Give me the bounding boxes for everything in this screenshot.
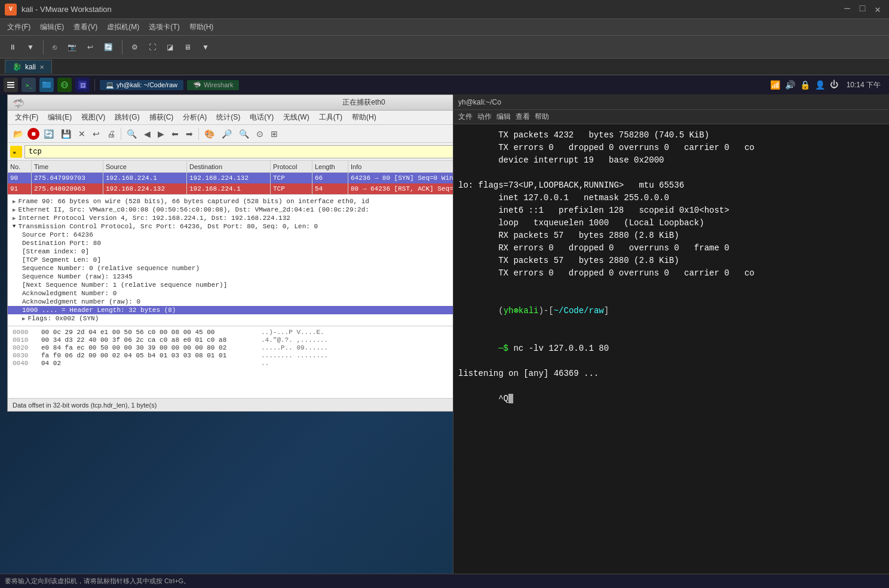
col-header-source: Source [103, 161, 187, 172]
ws-save-button[interactable]: 💾 [58, 127, 74, 140]
term-menu-action[interactable]: 动作 [477, 112, 492, 122]
close-button[interactable]: ✕ [871, 4, 884, 16]
ws-zoom-in-button[interactable]: 🔎 [219, 127, 235, 140]
wireshark-tab[interactable]: 🦈 Wireshark [187, 80, 240, 90]
kali-tab[interactable]: 🐉 kali ✕ [5, 60, 52, 74]
ws-stop-capture-button[interactable]: ■ [27, 128, 39, 140]
kali-desktop: >_ 🖼 💻 yh@kali: ~/Code/raw 🦈 Wireshark 📶… [0, 75, 889, 574]
view-button[interactable]: 🖥 [180, 40, 195, 54]
detail-ack-raw-label: Acknowledgment number (raw): 0 [22, 298, 140, 305]
bottom-status-text: 要将输入定向到该虚拟机，请将鼠标指针移入其中或按 Ctrl+G。 [5, 577, 190, 586]
pause-button[interactable]: ⏸ [5, 40, 20, 54]
ws-menu-tools[interactable]: 工具(T) [314, 111, 347, 124]
pkt-no-90: 90 [8, 173, 32, 183]
ws-menu-stats[interactable]: 统计(S) [211, 111, 245, 124]
pkt-proto-91: TCP [271, 183, 312, 194]
ws-close-capture-button[interactable]: ✕ [75, 127, 88, 140]
ws-menu-view[interactable]: 视图(V) [76, 111, 110, 124]
hex-offset-0010: 0010 [13, 336, 36, 344]
term-menu-help[interactable]: 帮助 [535, 112, 549, 122]
send-ctrlaltdel-button[interactable]: ⎋ [48, 40, 61, 54]
term-menu-file[interactable]: 文件 [458, 112, 473, 122]
terminal-tab-code[interactable]: 💻 yh@kali: ~/Code/raw [100, 80, 183, 90]
pkt-src-91: 192.168.224.132 [103, 183, 187, 194]
view-dropdown[interactable]: ▼ [198, 40, 213, 54]
pkt-len-91: 54 [312, 183, 348, 194]
ws-menu-phone[interactable]: 电话(Y) [245, 111, 278, 124]
ws-menu-jump[interactable]: 跳转(G) [110, 111, 144, 124]
kali-tab-icon: 🐉 [13, 63, 22, 71]
ws-colorize-button[interactable]: 🎨 [201, 127, 217, 140]
pkt-proto-90: TCP [271, 173, 312, 183]
user-tray-icon[interactable]: 👤 [815, 80, 825, 90]
ws-prev-button[interactable]: ◀ [141, 127, 154, 140]
vmware-title: kali - VMware Workstation [22, 5, 841, 14]
vmware-menu-edit[interactable]: 编辑(E) [35, 20, 69, 35]
ws-next-button[interactable]: ▶ [155, 127, 167, 140]
ws-resize-columns-button[interactable]: ⊞ [268, 127, 281, 140]
manage-snapshots-button[interactable]: 🔄 [100, 40, 117, 54]
vmware-menu-tabs[interactable]: 选项卡(T) [144, 20, 184, 35]
kali-clock: 10:14 下午 [842, 80, 885, 90]
unity-button[interactable]: ◪ [163, 40, 177, 54]
network-tray-icon[interactable]: 📶 [770, 80, 780, 90]
lock-tray-icon[interactable]: 🔒 [800, 80, 810, 90]
pkt-src-90: 192.168.224.1 [103, 173, 187, 183]
ws-reload-button[interactable]: ↩ [90, 127, 103, 140]
ws-back-button[interactable]: ⬅ [168, 127, 182, 140]
term-menu-view[interactable]: 查看 [516, 112, 530, 122]
detail-ethernet-label: Ethernet II, Src: VMware_c0:00:08 (00:50… [18, 206, 369, 213]
pkt-len-90: 66 [312, 173, 348, 183]
hex-offset-0000: 0000 [13, 329, 36, 336]
snapshot-button[interactable]: 📷 [63, 40, 81, 54]
full-screen-button[interactable]: ⛶ [145, 40, 160, 54]
ws-menu-edit[interactable]: 编辑(E) [43, 111, 76, 124]
terminal-body[interactable]: TX packets 4232 bytes 758280 (740.5 KiB)… [453, 124, 889, 574]
maximize-button[interactable]: □ [856, 4, 869, 16]
ws-menu-help[interactable]: 帮助(H) [347, 111, 381, 124]
ws-menu-analyze[interactable]: 分析(A) [178, 111, 211, 124]
vmware-menu-file[interactable]: 文件(F) [2, 20, 35, 35]
ws-zoom-out-button[interactable]: 🔍 [236, 127, 252, 140]
revert-button[interactable]: ↩ [83, 40, 97, 54]
detail-tcp-label: Transmission Control Protocol, Src Port:… [18, 223, 318, 230]
terminal-tab-icon: 💻 [106, 81, 114, 89]
toolbar-dropdown[interactable]: ▼ [23, 40, 38, 54]
term-line-lo: lo: flags=73<UP,LOOPBACK,RUNNING> mtu 65… [458, 179, 884, 192]
ws-open-button[interactable]: 📂 [10, 127, 26, 140]
term-prompt-line: (yh⊛kali)-[~/Code/raw] [458, 292, 884, 330]
ws-menu-capture[interactable]: 捕获(C) [145, 111, 179, 124]
ws-menu-file[interactable]: 文件(F) [10, 111, 43, 124]
term-menu-edit[interactable]: 编辑 [496, 112, 511, 122]
bottom-status-bar: 要将输入定向到该虚拟机，请将鼠标指针移入其中或按 Ctrl+G。 [0, 574, 889, 588]
ws-menu-wireless[interactable]: 无线(W) [278, 111, 314, 124]
ws-restart-button[interactable]: 🔄 [41, 127, 57, 140]
file-manager-icon[interactable] [39, 78, 54, 92]
minimize-button[interactable]: ─ [841, 4, 854, 16]
speaker-tray-icon[interactable]: 🔊 [785, 80, 795, 90]
vmware-menu-view[interactable]: 查看(V) [69, 20, 102, 35]
terminal-icon-button[interactable]: >_ [22, 78, 36, 92]
vmware-menu-vm[interactable]: 虚拟机(M) [102, 20, 144, 35]
system-tray-icons: 📶 🔊 🔒 👤 ⏻ [770, 80, 838, 90]
image-icon[interactable]: 🖼 [75, 78, 90, 92]
term-line-3: device interrupt 19 base 0x2000 [458, 154, 884, 167]
term-line-blank2 [458, 280, 884, 292]
kali-app-menu[interactable] [4, 78, 18, 92]
term-prompt-close-paren: )-[ [538, 306, 553, 316]
ws-print-button[interactable]: 🖨 [104, 127, 118, 140]
ws-fwd-button[interactable]: ➡ [183, 127, 196, 140]
browser-icon[interactable] [57, 78, 72, 92]
ws-find-button[interactable]: 🔍 [124, 127, 140, 140]
term-interrupt-line: ^Q [458, 380, 884, 418]
ws-zoom-reset-button[interactable]: ⊙ [253, 127, 266, 140]
detail-next-seq-label: [Next Sequence Number: 1 (relative seque… [22, 281, 227, 289]
vm-settings-button[interactable]: ⚙ [127, 40, 142, 54]
term-listening-line: listening on [any] 46369 ... [458, 368, 884, 380]
power-tray-icon[interactable]: ⏻ [830, 80, 838, 90]
col-header-destination: Destination [187, 161, 271, 172]
hex-bytes-0000: 00 0c 29 2d 04 e1 00 50 56 c0 00 08 00 4… [41, 329, 256, 336]
hex-bytes-0020: e0 84 fa ec 00 50 00 00 30 39 00 00 00 0… [41, 344, 256, 351]
vmware-menu-help[interactable]: 帮助(H) [185, 20, 219, 35]
kali-tab-close[interactable]: ✕ [39, 64, 44, 71]
